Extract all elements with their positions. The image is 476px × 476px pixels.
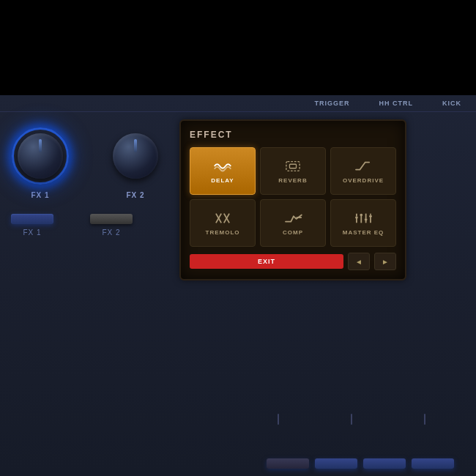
effects-grid: DELAY REVERB (190, 147, 396, 247)
arrow-left-button[interactable]: ◄ (348, 253, 370, 270)
fx2-fader-label: FX 2 (102, 228, 120, 237)
header-bar: TRIGGER HH CTRL KICK (0, 95, 476, 112)
header-label-hhctrl: HH CTRL (379, 100, 414, 107)
fx1-knob-container: FX 1 (11, 127, 70, 199)
tick-2 (351, 414, 352, 425)
fx1-fader-button[interactable] (11, 214, 53, 224)
svg-point-12 (360, 213, 362, 216)
reverb-label: REVERB (278, 177, 307, 184)
top-black-area (0, 0, 476, 95)
fx2-knob-body[interactable] (113, 133, 158, 179)
left-controls: FX 1 FX 2 FX 1 (11, 119, 165, 237)
fx2-fader-button[interactable] (90, 214, 133, 224)
bottom-btn-4[interactable] (412, 458, 454, 469)
fx1-fader-group: FX 1 (11, 214, 53, 237)
comp-icon (283, 211, 303, 226)
bottom-buttons (267, 458, 454, 469)
overdrive-label: OVERDRIVE (343, 177, 384, 184)
effects-screen: EFFECT DELAY (179, 119, 406, 280)
bottom-section (0, 451, 476, 476)
tick-1 (278, 414, 279, 425)
fx1-fader-label: FX 1 (23, 228, 41, 237)
effect-overdrive-button[interactable]: OVERDRIVE (330, 147, 396, 195)
effect-comp-button[interactable]: COMP (260, 199, 326, 247)
arrow-right-button[interactable]: ► (374, 253, 396, 270)
svg-rect-0 (286, 161, 300, 171)
fx2-knob-wrapper[interactable] (106, 127, 165, 185)
effect-delay-button[interactable]: DELAY (190, 147, 256, 195)
master-eq-label: MASTER EQ (343, 229, 384, 236)
exit-button[interactable]: EXIT (190, 254, 343, 269)
fx1-knob-body[interactable] (18, 133, 63, 179)
fx1-knob-wrapper[interactable] (11, 127, 70, 185)
fx2-knob-label: FX 2 (126, 191, 144, 199)
tick-marks (242, 414, 461, 425)
comp-label: COMP (283, 229, 303, 236)
reverb-icon (283, 159, 303, 174)
bottom-btn-3[interactable] (363, 458, 406, 469)
svg-rect-1 (289, 164, 296, 168)
svg-point-15 (365, 218, 368, 221)
faders-row: FX 1 FX 2 (11, 214, 165, 237)
effect-master-eq-button[interactable]: MASTER EQ (330, 199, 396, 247)
delay-label: DELAY (211, 177, 234, 184)
overdrive-icon (353, 159, 373, 174)
tick-3 (424, 414, 425, 425)
tremolo-label: TREMOLO (206, 229, 240, 236)
content-area: FX 1 FX 2 FX 1 (0, 112, 476, 451)
header-label-trigger: TRIGGER (314, 100, 349, 107)
effect-reverb-button[interactable]: REVERB (260, 147, 326, 195)
fx1-knob-label: FX 1 (31, 191, 49, 199)
header-label-kick: KICK (442, 100, 461, 107)
screen-bottom: EXIT ◄ ► (190, 253, 396, 270)
bottom-btn-2[interactable] (315, 458, 357, 469)
device-panel: TRIGGER HH CTRL KICK FX 1 (0, 0, 476, 476)
fx2-knob-container: FX 2 (106, 127, 165, 199)
svg-point-9 (355, 216, 358, 219)
effect-tremolo-button[interactable]: TREMOLO (190, 199, 256, 247)
screen-title: EFFECT (190, 130, 396, 140)
fx2-fader-group: FX 2 (90, 214, 133, 237)
bottom-btn-1[interactable] (267, 458, 309, 469)
main-panel: TRIGGER HH CTRL KICK FX 1 (0, 95, 476, 476)
tremolo-icon (212, 211, 233, 226)
delay-icon (212, 159, 233, 174)
svg-point-18 (369, 215, 372, 217)
knobs-row: FX 1 FX 2 (11, 127, 165, 199)
eq-icon (353, 211, 373, 226)
